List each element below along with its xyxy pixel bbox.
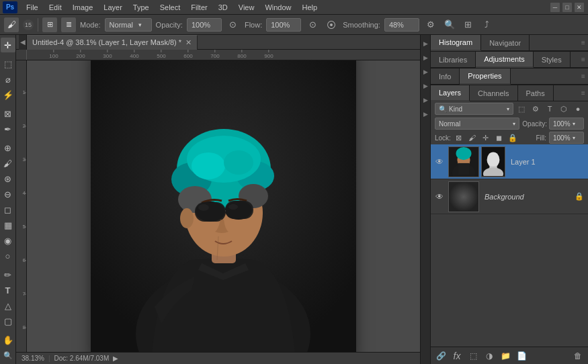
tab-libraries[interactable]: Libraries [431,52,476,68]
layer-bg-visibility[interactable]: 👁 [433,191,446,203]
tab-paths[interactable]: Paths [518,85,554,101]
brush-tool-icon[interactable]: 🖌 [4,17,19,32]
layer-background-row[interactable]: 👁 Background 🔒 [431,179,588,214]
delete-layer-button[interactable]: 🗑 [572,350,584,362]
float-info-btn[interactable]: ▶ [421,93,430,107]
shape-tool[interactable]: ▢ [1,314,15,328]
minimize-button[interactable]: ─ [550,3,560,12]
menu-window[interactable]: Window [260,2,296,13]
share-icon[interactable]: ⤴ [480,17,495,32]
arrange-icon[interactable]: ⊞ [461,17,476,32]
search-icon[interactable]: 🔍 [442,17,457,32]
blur-tool[interactable]: ◉ [1,233,15,248]
smoothing-options-icon[interactable]: ⚙ [423,17,438,32]
add-style-button[interactable]: fx [451,350,463,362]
canvas-container: 100 200 300 400 500 600 700 800 900 1 2 … [16,50,420,352]
lock-artboard-icon[interactable]: ◼ [494,132,505,143]
tab-layers[interactable]: Layers [431,85,470,101]
tab-channels[interactable]: Channels [470,85,517,101]
clone-tool[interactable]: ⊛ [1,171,15,186]
flow-pressure-icon[interactable]: ⊙ [305,17,320,32]
lock-transparent-icon[interactable]: ⊠ [454,132,464,143]
canvas-viewport[interactable] [27,60,420,352]
menu-file[interactable]: File [22,2,43,13]
path-tool[interactable]: △ [1,298,15,313]
ruler-mark-400: 400 [130,50,138,59]
layer-filter-type-icon[interactable]: T [544,103,556,115]
tab-navigator[interactable]: Navigator [481,35,530,51]
menu-view[interactable]: View [234,2,259,13]
zoom-tool[interactable]: 🔍 [1,348,15,363]
float-adj-btn[interactable]: ▶ [421,79,430,93]
layer-1-visibility[interactable]: 👁 [433,156,446,168]
menu-select[interactable]: Select [155,2,185,13]
create-group-button[interactable]: 📁 [499,350,511,362]
pen-tool[interactable]: ✏ [1,267,15,282]
opacity-dropdown[interactable]: 100% ▾ [549,118,584,130]
menu-filter[interactable]: Filter [186,2,212,13]
smoothing-input[interactable]: 48% [384,18,419,32]
layer-filter-shape-icon[interactable]: ⬡ [558,103,570,115]
heal-tool[interactable]: ⊕ [1,140,15,155]
flow-input[interactable]: 100% [266,18,301,32]
menu-layer[interactable]: Layer [99,2,127,13]
opacity-input[interactable]: 100% [187,18,222,32]
menu-image[interactable]: Image [68,2,98,13]
lock-image-icon[interactable]: 🖌 [467,132,478,143]
brush-tool[interactable]: 🖌 [1,156,15,171]
airbrush-icon[interactable]: ⦿ [324,17,339,32]
marquee-tool[interactable]: ⬚ [1,56,15,71]
tab-styles[interactable]: Styles [534,52,571,68]
layer-row-1[interactable]: 👁 [431,144,588,179]
canvas-tab[interactable]: Untitled-4 @ 38.1% (Layer 1, Layer Mask/… [27,35,198,50]
status-arrow-right[interactable]: ▶ [113,355,118,362]
move-tool[interactable]: ✛ [1,38,15,52]
collapse-left-button[interactable]: ◀ [19,35,27,50]
menu-3d[interactable]: 3D [214,2,233,13]
wand-tool[interactable]: ⚡ [1,87,15,102]
tab-adjustments[interactable]: Adjustments [476,52,534,68]
eyedropper-tool[interactable]: ✒ [1,122,15,136]
float-nav-btn[interactable]: ▶ [421,51,430,64]
new-layer-button[interactable]: 📄 [515,350,528,362]
link-layers-button[interactable]: 🔗 [435,350,447,362]
eraser-tool[interactable]: ◻ [1,202,15,217]
lasso-tool[interactable]: ⌀ [1,72,15,87]
tab-info[interactable]: Info [431,69,460,85]
kind-dropdown[interactable]: 🔍 Kind ▾ [435,103,513,115]
histogram-options-icon[interactable]: ≡ [579,35,588,51]
canvas-tab-close[interactable]: ✕ [185,38,192,47]
float-layers-btn[interactable]: ▶ [421,107,430,121]
float-libraries-btn[interactable]: ▶ [421,65,430,79]
properties-options-icon[interactable]: ≡ [579,69,588,85]
gradient-tool[interactable]: ▦ [1,218,15,232]
dodge-tool[interactable]: ○ [1,248,15,263]
menu-help[interactable]: Help [298,2,323,13]
tab-properties[interactable]: Properties [460,69,510,85]
blend-mode-dropdown[interactable]: Normal ▾ [435,118,519,130]
brush-options-icon[interactable]: ≣ [61,17,76,32]
text-tool[interactable]: T [1,283,15,298]
adjustments-options-icon[interactable]: ≡ [579,52,588,68]
close-button[interactable]: ✕ [575,3,584,12]
crop-tool[interactable]: ⊠ [1,106,15,121]
lock-position-icon[interactable]: ✛ [480,132,491,143]
maximize-button[interactable]: □ [562,3,572,12]
layer-filter-adj-icon[interactable]: ⚙ [530,103,542,115]
fill-dropdown[interactable]: 100% ▾ [549,132,584,144]
add-adjustment-button[interactable]: ◑ [483,350,495,362]
layer-filter-pixel-icon[interactable]: ⬚ [515,103,528,115]
history-tool[interactable]: ⊖ [1,187,15,201]
float-histogram-btn[interactable]: ▶ [421,37,430,50]
layers-options-icon[interactable]: ≡ [579,85,588,101]
brush-preset-icon[interactable]: ⊞ [42,17,57,32]
menu-type[interactable]: Type [128,2,154,13]
lock-all-icon[interactable]: 🔒 [507,132,518,143]
opacity-pressure-icon[interactable]: ⊙ [226,17,241,32]
layer-filter-smart-icon[interactable]: ● [572,103,584,115]
menu-edit[interactable]: Edit [44,2,67,13]
mode-dropdown[interactable]: Normal ▾ [105,18,152,32]
tab-histogram[interactable]: Histogram [431,35,481,51]
add-mask-button[interactable]: ⬚ [467,350,479,362]
hand-tool[interactable]: ✋ [1,332,15,347]
